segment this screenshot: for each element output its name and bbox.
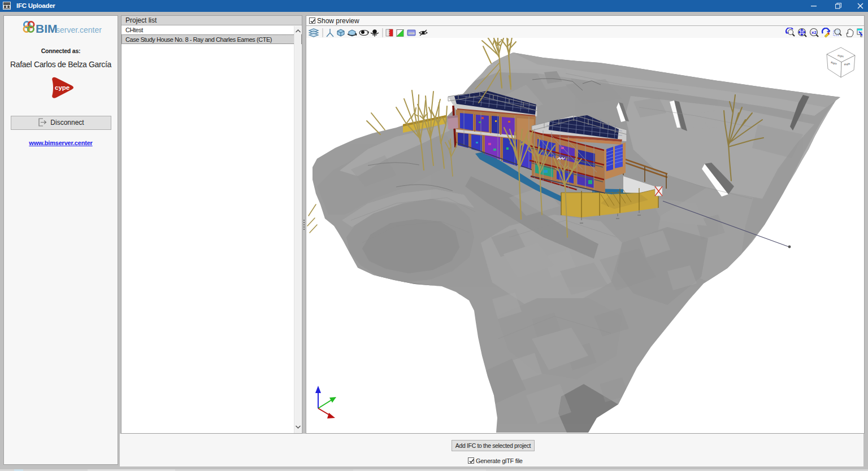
svg-text:x2: x2: [811, 30, 817, 35]
svg-text:server.center: server.center: [56, 25, 102, 34]
svg-text:cype: cype: [55, 84, 70, 91]
svg-text:BIM: BIM: [36, 22, 58, 35]
